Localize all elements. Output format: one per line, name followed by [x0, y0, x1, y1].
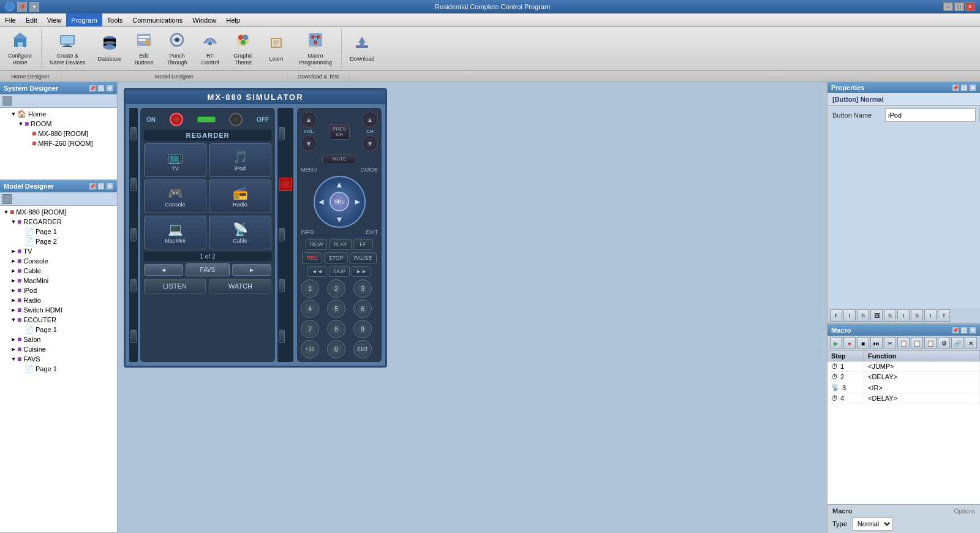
prev-ch-button[interactable]: PREVCH	[329, 124, 350, 140]
macro-tool-6[interactable]: 📋	[897, 337, 910, 349]
skip-prev-button[interactable]: ◄◄	[307, 266, 327, 277]
system-designer-add-btn[interactable]	[2, 96, 12, 106]
dpad-up-button[interactable]: ▲	[335, 180, 344, 189]
dpad-down-button[interactable]: ▼	[335, 214, 344, 224]
side-btn-2[interactable]	[130, 178, 137, 191]
macro-tool-10[interactable]: 🔗	[951, 337, 963, 349]
tree-item-mx880[interactable]: ▼ ■ MX-880 [ROOM]	[1, 207, 116, 217]
macro-row-1[interactable]: ⏱ 1 <JUMP>	[827, 361, 980, 372]
macro-stop-btn[interactable]: ■	[857, 337, 869, 349]
side-btn-3[interactable]	[130, 228, 137, 241]
macro-pin-btn[interactable]: 📌	[952, 327, 959, 334]
properties-undock-btn[interactable]: ▢	[960, 84, 968, 91]
button-name-input[interactable]	[885, 108, 976, 122]
menu-tools[interactable]: Tools	[102, 13, 128, 26]
prop-tool-f[interactable]: F	[830, 309, 842, 322]
tree-item-tv[interactable]: ► ■ TV	[1, 246, 116, 256]
prop-tool-s3[interactable]: S	[911, 309, 923, 322]
power-off-button[interactable]	[229, 113, 243, 126]
prop-tool-s2[interactable]: S	[884, 309, 896, 322]
activity-cable[interactable]: 📡 Cable	[209, 216, 271, 249]
power-button[interactable]	[170, 113, 183, 126]
num-0-button[interactable]: 0	[327, 340, 345, 358]
properties-pin-btn[interactable]: 📌	[952, 84, 959, 91]
system-designer-close-btn[interactable]: ✕	[106, 85, 113, 92]
side-btn-r3[interactable]	[279, 228, 285, 241]
macro-tool-7[interactable]: 📋	[911, 337, 923, 349]
tree-item-switch-hdmi[interactable]: ► ■ Switch HDMI	[1, 305, 116, 315]
tree-item-cuisine[interactable]: ► ■ Cuisine	[1, 344, 116, 354]
prev-page-button[interactable]: ◄	[144, 264, 183, 276]
tree-item-favs[interactable]: ▼ ■ FAVS	[1, 354, 116, 364]
tree-item-radio[interactable]: ► ■ Radio	[1, 295, 116, 305]
tree-item-page1-favs[interactable]: 📄 Page 1	[1, 364, 116, 374]
model-designer-add-btn[interactable]	[2, 194, 12, 204]
num-3-button[interactable]: 3	[353, 279, 372, 298]
macro-close-btn[interactable]: ✕	[969, 327, 976, 334]
graphic-theme-button[interactable]: GraphicTheme	[227, 28, 259, 69]
macro-tool-5[interactable]: ✂	[884, 337, 896, 349]
system-designer-undock-btn[interactable]: ▢	[97, 85, 105, 92]
model-designer-undock-btn[interactable]: ▢	[97, 183, 105, 190]
tree-item-mrf260-room[interactable]: ■ MRF-260 [ROOM]	[1, 138, 116, 148]
num-7-button[interactable]: 7	[301, 320, 319, 338]
prop-tool-i3[interactable]: I	[924, 309, 937, 322]
tree-item-home[interactable]: ▼ 🏠 Home	[1, 109, 116, 119]
minimize-button[interactable]: ─	[943, 2, 953, 11]
menu-help[interactable]: Help	[221, 13, 245, 26]
close-button[interactable]: ✕	[965, 2, 975, 11]
activity-tv[interactable]: 📺 TV	[144, 143, 206, 177]
skip-button[interactable]: SKIP	[329, 266, 350, 277]
menu-view[interactable]: View	[42, 13, 67, 26]
macro-tool-9[interactable]: ⚙	[938, 337, 950, 349]
favs-button[interactable]: FAVS	[186, 263, 230, 276]
macro-type-select[interactable]: Normal Hold Toggle	[852, 517, 892, 531]
ch-down-button[interactable]: ▼	[362, 135, 378, 151]
prop-tool-s[interactable]: S	[857, 309, 869, 322]
num-2-button[interactable]: 2	[327, 279, 345, 298]
mute-button[interactable]: MUTE	[322, 154, 357, 164]
menu-file[interactable]: File	[0, 13, 21, 26]
tree-item-page2-regarder[interactable]: 📄 Page 2	[1, 236, 116, 246]
activity-ipod[interactable]: 🎵 iPod	[209, 143, 271, 177]
maximize-button[interactable]: □	[954, 2, 964, 11]
num-6-button[interactable]: 6	[353, 300, 372, 318]
macro-record-btn[interactable]: ●	[843, 337, 856, 349]
macro-undock-btn[interactable]: ▢	[960, 327, 968, 334]
side-btn-4[interactable]	[130, 279, 137, 292]
rec-button[interactable]: REC	[302, 252, 322, 263]
menu-program[interactable]: Program	[66, 13, 102, 26]
tree-item-regarder[interactable]: ▼ ■ REGARDER	[1, 217, 116, 227]
tree-item-ipod[interactable]: ► ■ iPod	[1, 285, 116, 295]
sel-button[interactable]: SEL	[330, 192, 349, 211]
rf-control-button[interactable]: RFControl	[194, 28, 226, 69]
prop-tool-i2[interactable]: I	[897, 309, 910, 322]
rew-button[interactable]: REW	[306, 239, 327, 250]
num-1-button[interactable]: 1	[301, 279, 319, 298]
pause-button[interactable]: PAUSE	[350, 252, 377, 263]
menu-communications[interactable]: Communications	[127, 13, 187, 26]
tree-item-room[interactable]: ▼ ■ ROOM	[1, 119, 116, 129]
prop-tool-img[interactable]: 🖼	[870, 309, 883, 322]
tree-item-cable[interactable]: ► ■ Cable	[1, 266, 116, 276]
prop-tool-t[interactable]: T	[938, 309, 950, 322]
model-designer-pin-btn[interactable]: 📌	[89, 183, 96, 190]
macro-tool-4[interactable]: ⏭	[870, 337, 883, 349]
database-button[interactable]: Database	[92, 28, 127, 69]
system-designer-pin-btn[interactable]: 📌	[89, 85, 96, 92]
side-btn-5[interactable]	[130, 330, 137, 343]
listen-button[interactable]: LISTEN	[144, 279, 206, 293]
dpad-right-button[interactable]: ►	[353, 197, 362, 206]
menu-edit[interactable]: Edit	[21, 13, 42, 26]
tree-item-page1-regarder[interactable]: 📄 Page 1	[1, 227, 116, 236]
properties-close-btn[interactable]: ✕	[969, 84, 976, 91]
configure-home-button[interactable]: ConfigureHome	[2, 28, 37, 69]
red-button[interactable]	[279, 178, 292, 191]
menu-window[interactable]: Window	[187, 13, 221, 26]
activity-console[interactable]: 🎮 Console	[144, 180, 206, 213]
vol-down-button[interactable]: ▼	[301, 135, 317, 151]
play-button[interactable]: PLAY	[329, 239, 351, 250]
macro-tool-11[interactable]: ✕	[965, 337, 977, 349]
tree-item-macmini[interactable]: ► ■ MacMini	[1, 276, 116, 285]
tree-item-console[interactable]: ► ■ Console	[1, 256, 116, 266]
